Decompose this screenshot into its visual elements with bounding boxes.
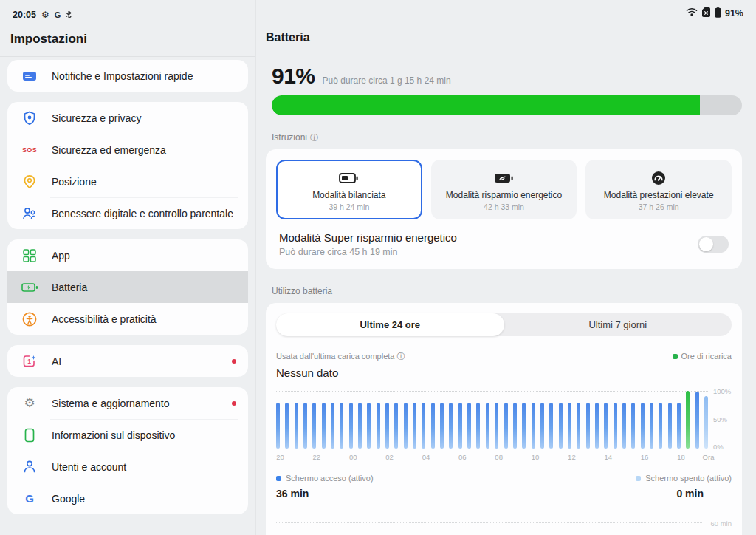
status-bar-left: 20:05 ⚙ G xyxy=(0,0,255,22)
chart-bar xyxy=(331,403,334,449)
ai-icon: 1 xyxy=(21,354,38,369)
status-battery-percent: 91% xyxy=(725,8,743,18)
usage-label-row: Utilizzo batteria xyxy=(272,286,742,296)
x-axis-label: Ora xyxy=(701,453,717,461)
gridline-60min-label: 60 min xyxy=(710,519,732,528)
users-icon xyxy=(21,460,38,474)
tab-ultime-24-ore[interactable]: Ultime 24 ore xyxy=(276,313,504,336)
gear-icon: ⚙ xyxy=(41,10,49,20)
y-axis-label: 50% xyxy=(713,415,727,423)
instructions-label: Istruzioni xyxy=(272,132,307,143)
sidebar-item-app[interactable]: App xyxy=(7,239,248,271)
chart-bar xyxy=(504,403,508,449)
chart-bar xyxy=(631,403,635,449)
sidebar-item-label: Informazioni sul dispositivo xyxy=(52,429,175,441)
chart-bar xyxy=(549,403,553,449)
notification-dot xyxy=(232,359,236,364)
chart-bar xyxy=(358,403,362,449)
mode-duration: 37 h 26 min xyxy=(591,202,726,211)
chart-bar xyxy=(641,403,645,449)
screen-on-value: 36 min xyxy=(276,488,374,500)
x-axis-label: 16 xyxy=(636,453,653,461)
x-axis-label: 10 xyxy=(527,453,543,461)
google-icon: G xyxy=(55,10,61,19)
sidebar-item-sistema-e-aggiornamento[interactable]: ⚙Sistema e aggiornamento xyxy=(7,387,248,419)
sidebar-item-label: Accessibilità e praticità xyxy=(52,313,157,325)
apps-icon xyxy=(21,249,38,262)
sidebar-card: ⚙Sistema e aggiornamentoInformazioni sul… xyxy=(7,387,248,514)
wifi-icon xyxy=(686,7,698,19)
sidebar-item-label: Sicurezza e privacy xyxy=(52,112,141,124)
sidebar-item-accessibilita-e-praticita[interactable]: Accessibilità e praticità xyxy=(7,303,248,335)
sidebar-item-label: Notifiche e Impostazioni rapide xyxy=(52,70,193,82)
battery-level-row: 91% Può durare circa 1 g 15 h 24 min xyxy=(272,64,742,89)
sidebar-card: AppBatteriaAccessibilità e praticità xyxy=(7,239,248,335)
sidebar-item-sicurezza-e-privacy[interactable]: Sicurezza e privacy xyxy=(7,102,248,134)
status-bar-right: 91% xyxy=(686,7,743,20)
since-label: Usata dall'ultima carica completa xyxy=(276,352,394,361)
screen-on-marker xyxy=(276,476,281,481)
screen-legend-row: Schermo acceso (attivo) 36 min Schermo s… xyxy=(276,474,732,500)
x-axis-label: 22 xyxy=(309,453,325,461)
sidebar-item-sicurezza-ed-emergenza[interactable]: SOSSicurezza ed emergenza xyxy=(7,134,248,166)
chart-bar xyxy=(595,403,599,449)
mode-card-modalita-prestazioni-elevate[interactable]: Modalità prestazioni elevate37 h 26 min xyxy=(585,160,732,219)
shield-icon xyxy=(21,111,38,126)
sidebar-card: 1AI xyxy=(7,345,248,377)
sidebar-item-label: Batteria xyxy=(52,282,87,293)
screen-on-label: Schermo acceso (attivo) xyxy=(286,474,374,483)
chart-bar xyxy=(322,403,326,449)
chart-bar xyxy=(522,403,526,449)
chart-bar xyxy=(668,403,672,449)
super-saver-row: Modalità Super risparmio energetico Può … xyxy=(276,231,732,259)
mode-title: Modalità prestazioni elevate xyxy=(591,190,726,200)
sidebar-title: Impostazioni xyxy=(0,22,255,56)
y-axis-label: 0% xyxy=(713,443,724,451)
charge-legend-label: Ore di ricarica xyxy=(681,352,732,361)
device-icon xyxy=(21,428,38,443)
x-axis-label: 08 xyxy=(491,453,507,461)
mode-balanced-icon xyxy=(282,169,416,187)
sidebar-item-notifiche-e-impostazioni-rapide[interactable]: Notifiche e Impostazioni rapide xyxy=(7,60,248,92)
info-icon[interactable]: ⓘ xyxy=(310,134,318,142)
x-axis-label: 12 xyxy=(563,453,580,461)
chart-bar xyxy=(377,403,380,449)
notifications-icon xyxy=(21,70,38,82)
sidebar-item-label: App xyxy=(52,250,70,262)
sidebar-item-label: Posizione xyxy=(52,176,97,188)
mode-saver-icon xyxy=(437,169,571,187)
sidebar-item-posizione[interactable]: Posizione xyxy=(7,166,248,197)
mode-card-modalita-bilanciata[interactable]: Modalità bilanciata39 h 24 min xyxy=(276,160,422,219)
no-sim-icon xyxy=(701,7,711,20)
super-saver-toggle[interactable] xyxy=(698,236,729,253)
chart-bar xyxy=(586,403,590,449)
mode-card-modalita-risparmio-energetico[interactable]: Modalità risparmio energetico42 h 33 min xyxy=(431,160,577,219)
toggle-knob xyxy=(699,237,713,251)
sos-icon: SOS xyxy=(21,146,38,154)
info-icon[interactable]: ⓘ xyxy=(397,352,405,361)
chart-bar xyxy=(704,396,708,449)
sidebar-item-ai[interactable]: 1AI xyxy=(7,345,248,377)
sidebar-item-informazioni-sul-dispositivo[interactable]: Informazioni sul dispositivo xyxy=(7,419,248,451)
sidebar-card: Sicurezza e privacySOSSicurezza ed emerg… xyxy=(7,102,248,229)
sidebar-item-benessere-digitale-e-controllo-parentale[interactable]: Benessere digitale e controllo parentale xyxy=(7,197,248,229)
chart-bar xyxy=(394,403,398,449)
battery-progress-bar xyxy=(272,95,742,115)
chart-bar xyxy=(604,403,608,449)
chart-bar xyxy=(677,403,681,449)
sidebar-item-batteria[interactable]: Batteria xyxy=(7,271,248,303)
no-data-text: Nessun dato xyxy=(276,367,732,379)
sidebar-item-utenti-e-account[interactable]: Utenti e account xyxy=(7,451,248,483)
chart-bar xyxy=(303,403,307,449)
super-saver-title: Modalità Super risparmio energetico xyxy=(279,231,457,244)
x-axis-label: 04 xyxy=(418,453,434,461)
sidebar-item-google[interactable]: GGoogle xyxy=(7,483,248,514)
tab-ultimi-7-giorni[interactable]: Ultimi 7 giorni xyxy=(504,313,732,336)
instructions-label-row: Istruzioni ⓘ xyxy=(272,132,742,143)
mode-cards: Modalità bilanciata39 h 24 minModalità r… xyxy=(276,160,732,219)
chart-bar xyxy=(276,403,280,449)
x-axis-label: 20 xyxy=(272,453,289,461)
sidebar-card: Notifiche e Impostazioni rapide xyxy=(7,60,248,92)
x-axis-label: 18 xyxy=(673,453,689,461)
settings-sidebar: 20:05 ⚙ G Impostazioni Notifiche e Impos… xyxy=(0,0,256,535)
